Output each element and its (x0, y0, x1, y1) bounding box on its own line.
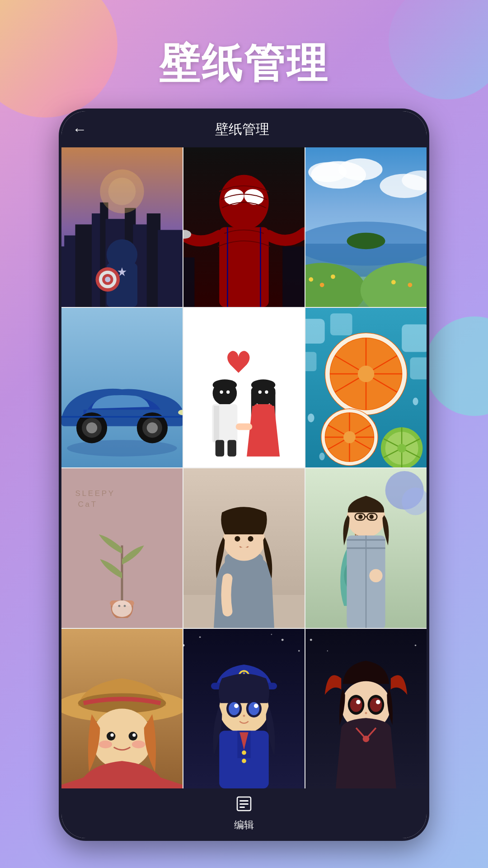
svg-point-92 (112, 600, 132, 617)
grid-cell-couple[interactable] (183, 308, 305, 467)
svg-point-89 (319, 453, 325, 460)
svg-point-55 (213, 379, 237, 390)
svg-rect-26 (183, 257, 194, 307)
svg-point-159 (365, 712, 367, 714)
svg-point-123 (132, 733, 136, 736)
svg-point-139 (229, 702, 239, 715)
edit-icon[interactable] (235, 795, 253, 816)
svg-point-87 (308, 414, 314, 422)
svg-rect-164 (239, 807, 245, 808)
grid-cell-girl2[interactable] (305, 468, 427, 628)
grid-cell-anime1[interactable] (183, 629, 305, 788)
phone-inner: ← 壁纸管理 (61, 111, 427, 838)
svg-point-93 (118, 605, 120, 607)
phone-header: ← 壁纸管理 (61, 111, 427, 147)
svg-rect-75 (305, 352, 316, 371)
svg-rect-24 (219, 227, 269, 307)
phone-frame: ← 壁纸管理 (59, 108, 429, 841)
svg-point-129 (282, 639, 284, 641)
grid-cell-anime2[interactable] (305, 629, 427, 788)
svg-point-88 (413, 397, 418, 405)
svg-point-66 (220, 391, 223, 394)
svg-rect-58 (216, 440, 224, 457)
svg-point-101 (235, 536, 240, 542)
svg-point-149 (310, 639, 312, 641)
svg-rect-73 (402, 325, 427, 352)
svg-point-36 (347, 233, 385, 250)
bg-circle-right (425, 316, 488, 416)
svg-point-157 (356, 700, 361, 704)
svg-point-156 (370, 698, 382, 712)
svg-point-122 (110, 733, 113, 736)
page-title: 壁纸管理 (0, 36, 488, 91)
svg-rect-74 (410, 358, 427, 380)
back-button[interactable]: ← (72, 121, 87, 138)
svg-point-41 (331, 274, 335, 279)
grid-cell-car[interactable] (61, 308, 183, 467)
svg-point-40 (320, 283, 324, 287)
svg-point-158 (376, 700, 380, 704)
svg-point-125 (132, 741, 145, 748)
svg-rect-163 (239, 803, 249, 805)
svg-point-103 (237, 547, 250, 560)
svg-point-150 (415, 645, 417, 646)
svg-point-43 (408, 283, 413, 287)
svg-point-146 (242, 750, 246, 755)
svg-rect-162 (239, 800, 249, 802)
svg-point-16 (105, 277, 110, 282)
bottom-bar: 编辑 (61, 788, 427, 838)
svg-point-128 (199, 636, 201, 638)
svg-point-131 (271, 634, 272, 635)
svg-point-45 (67, 440, 177, 457)
svg-rect-10 (158, 230, 183, 307)
svg-point-155 (350, 698, 362, 712)
svg-point-102 (248, 536, 253, 542)
grid-cell-sleepy-cat[interactable]: SLEEPY CaT (61, 468, 183, 628)
svg-rect-57 (214, 406, 219, 442)
svg-point-39 (309, 277, 313, 282)
svg-rect-3 (75, 224, 95, 307)
svg-point-160 (363, 736, 370, 742)
header-title: 壁纸管理 (87, 120, 398, 139)
svg-rect-53 (183, 308, 305, 467)
svg-point-141 (234, 704, 239, 708)
svg-point-19 (108, 178, 136, 205)
svg-text:SLEEPY: SLEEPY (75, 489, 115, 498)
svg-point-86 (397, 444, 406, 453)
svg-point-119 (92, 709, 152, 769)
svg-rect-59 (227, 440, 236, 457)
svg-point-130 (298, 650, 300, 652)
grid-cell-hat-anime[interactable] (61, 629, 183, 788)
grid-cell-landscape[interactable] (305, 147, 427, 307)
svg-point-147 (242, 759, 246, 763)
svg-point-82 (343, 431, 356, 443)
svg-point-68 (258, 391, 262, 394)
svg-point-143 (243, 715, 245, 717)
svg-point-94 (124, 605, 126, 607)
svg-point-115 (369, 569, 382, 582)
grid-cell-girl1[interactable] (183, 468, 305, 628)
svg-point-48 (86, 422, 97, 433)
svg-rect-71 (305, 319, 325, 344)
wallpaper-grid: SLEEPY CaT (61, 147, 427, 788)
svg-rect-65 (236, 424, 253, 430)
edit-label: 编辑 (234, 818, 254, 832)
svg-point-42 (391, 280, 396, 284)
page-title-area: 壁纸管理 (0, 36, 488, 91)
svg-point-78 (358, 366, 375, 382)
grid-cell-spiderman[interactable] (183, 147, 305, 307)
svg-rect-72 (330, 313, 352, 335)
svg-point-31 (308, 162, 347, 182)
svg-point-67 (226, 391, 230, 394)
svg-point-111 (369, 514, 374, 519)
grid-cell-oranges[interactable] (305, 308, 427, 467)
svg-point-51 (147, 422, 158, 433)
svg-rect-64 (254, 404, 272, 421)
svg-text:CaT: CaT (78, 500, 98, 509)
svg-point-151 (327, 650, 328, 651)
svg-point-140 (249, 702, 259, 715)
svg-rect-27 (282, 246, 305, 307)
grid-cell-captain[interactable] (61, 147, 183, 307)
svg-point-124 (99, 741, 112, 748)
svg-point-110 (358, 514, 363, 519)
